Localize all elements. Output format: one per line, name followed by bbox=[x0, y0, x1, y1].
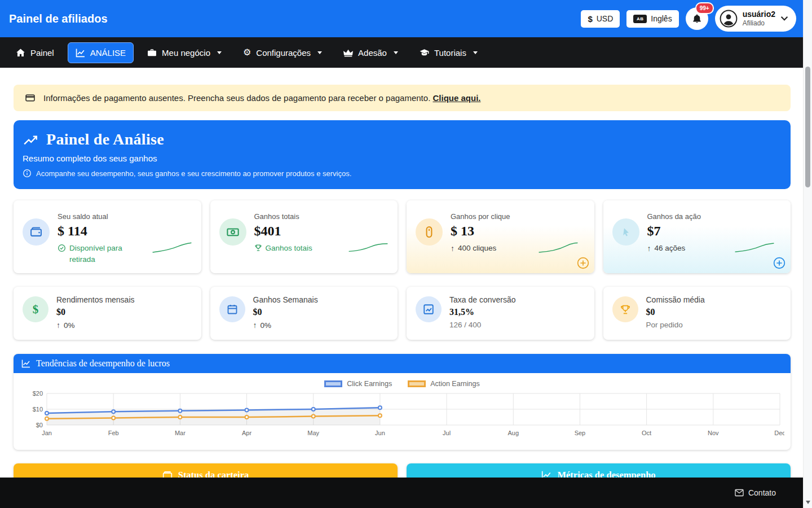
translate-icon: AB bbox=[633, 15, 647, 23]
stat-card-balance: Seu saldo atual $ 114 Disponível para re… bbox=[14, 200, 201, 273]
arrow-up-icon: ↑ bbox=[647, 243, 651, 254]
chart-title: Tendências de desempenho de lucros bbox=[36, 358, 170, 369]
user-menu[interactable]: usuário2 Afiliado bbox=[715, 6, 796, 32]
trend-sparkline bbox=[538, 240, 579, 256]
legend-action-earnings[interactable]: Action Earnings bbox=[408, 380, 480, 388]
main-content: Informações de pagamento ausentes. Preen… bbox=[14, 85, 791, 508]
stat-sub: 46 ações bbox=[655, 243, 686, 254]
stat-sub: 126 / 400 bbox=[449, 321, 481, 329]
nav-item-meu-negocio[interactable]: Meu negócio bbox=[139, 42, 230, 63]
page: Painel de afiliados $ USD AB Inglês 99+ bbox=[0, 0, 812, 508]
stat-card-total-earnings: Ganhos totais $401 Ganhos totais bbox=[210, 200, 398, 273]
stat-value: $7 bbox=[647, 224, 701, 239]
svg-text:Dec: Dec bbox=[774, 430, 784, 436]
add-action-earnings-button[interactable] bbox=[773, 257, 785, 269]
svg-text:$0: $0 bbox=[36, 422, 43, 428]
header-controls: $ USD AB Inglês 99+ bbox=[581, 6, 796, 32]
stat-card-weekly: Ganhos Semanais $0 ↑ 0% bbox=[210, 287, 398, 340]
main-nav: Painel ANÁLISE Meu negócio ⚙ Co bbox=[0, 37, 812, 68]
svg-text:Apr: Apr bbox=[242, 430, 251, 436]
stat-sub: Disponível para retirada bbox=[69, 243, 131, 265]
contact-link[interactable]: Contato bbox=[735, 488, 776, 497]
svg-text:Feb: Feb bbox=[108, 430, 119, 436]
nav-item-analise[interactable]: ANÁLISE bbox=[68, 42, 134, 63]
trend-sparkline bbox=[734, 240, 775, 256]
user-role: Afiliado bbox=[743, 19, 765, 28]
wallet-icon bbox=[23, 218, 50, 246]
scrollbar-down-arrow[interactable] bbox=[806, 501, 810, 504]
bell-icon bbox=[692, 14, 702, 24]
stat-label: Comissão média bbox=[646, 295, 705, 304]
home-icon bbox=[16, 48, 25, 58]
analytics-hero: Painel de Análise Resumo completo dos se… bbox=[14, 120, 791, 189]
stat-card-conversion: Taxa de conversão 31,5% 126 / 400 bbox=[407, 287, 594, 340]
scrollbar-thumb[interactable] bbox=[805, 67, 810, 187]
stat-label: Ganhos da ação bbox=[647, 212, 701, 221]
svg-text:May: May bbox=[307, 430, 319, 436]
cash-icon bbox=[219, 218, 246, 246]
trend-sparkline bbox=[348, 240, 389, 256]
earnings-trend-section: Tendências de desempenho de lucros Click… bbox=[14, 354, 791, 450]
stat-label: Rendimentos mensais bbox=[56, 295, 135, 304]
stat-value: 31,5% bbox=[449, 307, 516, 317]
stat-card-monthly: $ Rendimentos mensais $0 ↑ 0% bbox=[14, 287, 201, 340]
stat-card-avg-commission: Comissão média $0 Por pedido bbox=[603, 287, 791, 340]
svg-text:Jan: Jan bbox=[42, 430, 52, 436]
stats-row-1: Seu saldo atual $ 114 Disponível para re… bbox=[14, 200, 791, 273]
nav-item-painel[interactable]: Painel bbox=[8, 42, 62, 63]
stat-sub: 0% bbox=[64, 321, 75, 330]
svg-text:Jun: Jun bbox=[375, 430, 385, 436]
svg-text:$20: $20 bbox=[33, 390, 43, 397]
plus-circle-icon bbox=[577, 257, 589, 269]
trend-sparkline bbox=[152, 240, 192, 256]
svg-text:Oct: Oct bbox=[642, 430, 651, 436]
briefcase-icon bbox=[147, 48, 157, 58]
payment-alert: Informações de pagamento ausentes. Preen… bbox=[14, 85, 791, 111]
language-button[interactable]: AB Inglês bbox=[626, 10, 678, 28]
credit-card-icon bbox=[25, 93, 36, 103]
alert-link[interactable]: Clique aqui. bbox=[433, 93, 480, 103]
stats-row-2: $ Rendimentos mensais $0 ↑ 0% bbox=[14, 287, 791, 340]
hero-subtitle: Resumo completo dos seus ganhos bbox=[23, 154, 782, 163]
caret-down-icon bbox=[394, 51, 398, 54]
alert-text: Informações de pagamento ausentes. Preen… bbox=[43, 93, 480, 103]
stat-value: $401 bbox=[254, 224, 312, 239]
legend-marker-orange bbox=[408, 380, 426, 387]
arrow-up-icon: ↑ bbox=[56, 321, 60, 330]
language-label: Inglês bbox=[651, 14, 672, 23]
app-header: Painel de afiliados $ USD AB Inglês 99+ bbox=[0, 0, 812, 37]
envelope-icon bbox=[735, 489, 744, 497]
arrow-up-icon: ↑ bbox=[253, 321, 257, 330]
stat-card-action-earnings: Ganhos da ação $7 ↑ 46 ações bbox=[603, 200, 791, 273]
stat-value: $0 bbox=[646, 307, 705, 317]
plus-circle-icon bbox=[773, 257, 785, 269]
svg-text:Mar: Mar bbox=[175, 430, 186, 436]
hero-info-text: Acompanhe seu desempenho, seus ganhos e … bbox=[36, 169, 351, 178]
chart-icon bbox=[416, 296, 442, 322]
notifications-button[interactable]: 99+ bbox=[686, 7, 708, 30]
currency-button[interactable]: $ USD bbox=[581, 10, 620, 28]
nav-item-adesao[interactable]: Adesão bbox=[336, 42, 406, 63]
trophy-icon bbox=[254, 244, 262, 252]
page-footer: Contato bbox=[0, 478, 812, 508]
stat-sub: Ganhos totais bbox=[266, 243, 312, 254]
svg-text:Jul: Jul bbox=[443, 430, 451, 436]
nav-item-tutoriais[interactable]: Tutoriais bbox=[412, 42, 486, 63]
stat-sub: 0% bbox=[261, 321, 272, 330]
gear-icon: ⚙ bbox=[243, 48, 251, 57]
legend-click-earnings[interactable]: Click Earnings bbox=[324, 380, 392, 388]
notification-badge: 99+ bbox=[695, 2, 714, 14]
stat-value: $0 bbox=[253, 307, 318, 317]
user-name: usuário2 bbox=[743, 9, 775, 19]
svg-text:Nov: Nov bbox=[708, 430, 719, 436]
pointer-icon bbox=[612, 218, 639, 246]
hero-title: Painel de Análise bbox=[46, 130, 164, 148]
nav-item-configuracoes[interactable]: ⚙ Configurações bbox=[235, 42, 330, 63]
trend-up-icon bbox=[23, 133, 38, 146]
app-title: Painel de afiliados bbox=[9, 12, 108, 25]
svg-text:Aug: Aug bbox=[508, 430, 519, 436]
calendar-icon bbox=[219, 296, 245, 322]
add-click-earnings-button[interactable] bbox=[577, 257, 589, 269]
stat-value: $ 13 bbox=[451, 224, 510, 239]
dollar-icon: $ bbox=[23, 296, 48, 322]
